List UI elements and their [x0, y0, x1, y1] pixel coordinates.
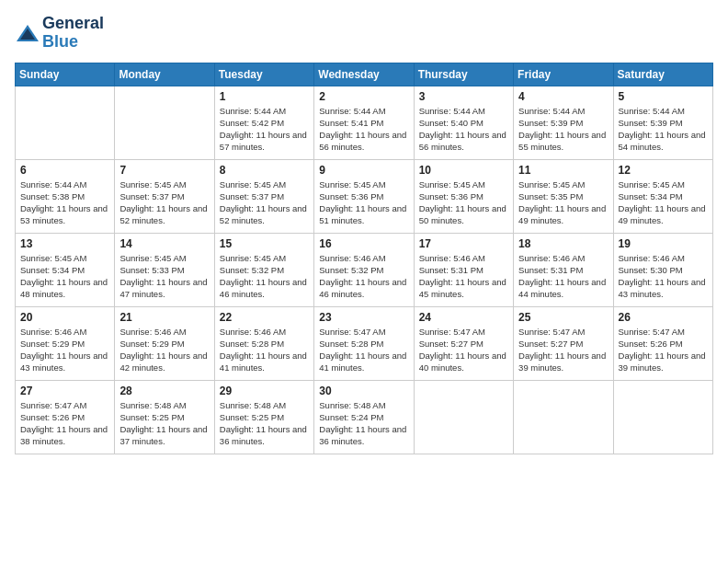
calendar: SundayMondayTuesdayWednesdayThursdayFrid… [15, 63, 713, 454]
day-number: 9 [319, 164, 408, 177]
day-number: 7 [119, 164, 209, 177]
day-number: 10 [419, 164, 508, 177]
day-info: Sunrise: 5:48 AM Sunset: 5:25 PM Dayligh… [119, 399, 209, 448]
day-number: 20 [20, 311, 109, 324]
calendar-cell: 29Sunrise: 5:48 AM Sunset: 5:25 PM Dayli… [214, 380, 313, 454]
calendar-cell: 28Sunrise: 5:48 AM Sunset: 5:25 PM Dayli… [115, 380, 214, 454]
calendar-cell: 13Sunrise: 5:45 AM Sunset: 5:34 PM Dayli… [16, 233, 115, 306]
day-info: Sunrise: 5:44 AM Sunset: 5:40 PM Dayligh… [419, 105, 508, 154]
calendar-cell: 23Sunrise: 5:47 AM Sunset: 5:28 PM Dayli… [314, 306, 414, 380]
page: General Blue SundayMondayTuesdayWednesda… [0, 0, 728, 563]
calendar-cell: 5Sunrise: 5:44 AM Sunset: 5:39 PM Daylig… [613, 86, 712, 159]
day-number: 3 [419, 90, 508, 103]
week-row-2: 6Sunrise: 5:44 AM Sunset: 5:38 PM Daylig… [16, 159, 713, 233]
day-number: 13 [20, 237, 109, 250]
day-info: Sunrise: 5:45 AM Sunset: 5:36 PM Dayligh… [419, 178, 508, 227]
calendar-cell: 21Sunrise: 5:46 AM Sunset: 5:29 PM Dayli… [115, 306, 214, 380]
day-info: Sunrise: 5:45 AM Sunset: 5:37 PM Dayligh… [119, 178, 209, 227]
col-header-friday: Friday [514, 63, 613, 86]
calendar-cell: 7Sunrise: 5:45 AM Sunset: 5:37 PM Daylig… [115, 159, 214, 233]
calendar-cell: 10Sunrise: 5:45 AM Sunset: 5:36 PM Dayli… [414, 159, 513, 233]
day-number: 1 [220, 90, 309, 103]
calendar-cell: 4Sunrise: 5:44 AM Sunset: 5:39 PM Daylig… [514, 86, 613, 159]
col-header-monday: Monday [115, 63, 214, 86]
calendar-cell: 27Sunrise: 5:47 AM Sunset: 5:26 PM Dayli… [16, 380, 115, 454]
day-number: 22 [220, 311, 309, 324]
day-number: 29 [220, 385, 309, 397]
day-info: Sunrise: 5:47 AM Sunset: 5:27 PM Dayligh… [518, 326, 608, 374]
week-row-4: 20Sunrise: 5:46 AM Sunset: 5:29 PM Dayli… [16, 306, 713, 380]
day-number: 28 [119, 385, 209, 397]
calendar-cell: 2Sunrise: 5:44 AM Sunset: 5:41 PM Daylig… [314, 86, 414, 159]
day-number: 27 [20, 385, 109, 397]
week-row-1: 1Sunrise: 5:44 AM Sunset: 5:42 PM Daylig… [16, 86, 713, 159]
day-info: Sunrise: 5:45 AM Sunset: 5:32 PM Dayligh… [220, 252, 309, 301]
calendar-cell: 20Sunrise: 5:46 AM Sunset: 5:29 PM Dayli… [16, 306, 115, 380]
calendar-cell: 17Sunrise: 5:46 AM Sunset: 5:31 PM Dayli… [414, 233, 513, 306]
logo-text: General Blue [42, 15, 104, 52]
week-row-3: 13Sunrise: 5:45 AM Sunset: 5:34 PM Dayli… [16, 233, 713, 306]
day-info: Sunrise: 5:46 AM Sunset: 5:29 PM Dayligh… [20, 326, 109, 374]
col-header-wednesday: Wednesday [314, 63, 414, 86]
day-info: Sunrise: 5:44 AM Sunset: 5:41 PM Dayligh… [319, 105, 408, 154]
day-info: Sunrise: 5:46 AM Sunset: 5:29 PM Dayligh… [119, 326, 209, 374]
day-number: 12 [619, 164, 708, 177]
day-info: Sunrise: 5:46 AM Sunset: 5:28 PM Dayligh… [220, 326, 309, 374]
calendar-cell [613, 380, 712, 454]
day-number: 17 [419, 237, 508, 250]
day-number: 5 [619, 90, 708, 103]
calendar-cell: 25Sunrise: 5:47 AM Sunset: 5:27 PM Dayli… [514, 306, 613, 380]
day-info: Sunrise: 5:45 AM Sunset: 5:33 PM Dayligh… [119, 252, 209, 301]
calendar-cell: 1Sunrise: 5:44 AM Sunset: 5:42 PM Daylig… [214, 86, 313, 159]
calendar-cell: 19Sunrise: 5:46 AM Sunset: 5:30 PM Dayli… [613, 233, 712, 306]
day-number: 11 [518, 164, 608, 177]
calendar-cell: 26Sunrise: 5:47 AM Sunset: 5:26 PM Dayli… [613, 306, 712, 380]
day-info: Sunrise: 5:45 AM Sunset: 5:34 PM Dayligh… [20, 252, 109, 301]
day-info: Sunrise: 5:46 AM Sunset: 5:30 PM Dayligh… [619, 252, 708, 301]
week-row-5: 27Sunrise: 5:47 AM Sunset: 5:26 PM Dayli… [16, 380, 713, 454]
col-header-thursday: Thursday [414, 63, 513, 86]
day-number: 19 [619, 237, 708, 250]
calendar-cell: 12Sunrise: 5:45 AM Sunset: 5:34 PM Dayli… [613, 159, 712, 233]
calendar-cell [16, 86, 115, 159]
day-number: 4 [518, 90, 608, 103]
day-info: Sunrise: 5:46 AM Sunset: 5:32 PM Dayligh… [319, 252, 408, 301]
day-number: 2 [319, 90, 408, 103]
day-number: 21 [119, 311, 209, 324]
col-header-sunday: Sunday [16, 63, 115, 86]
logo-icon [15, 23, 40, 43]
day-number: 30 [319, 385, 408, 397]
calendar-cell: 9Sunrise: 5:45 AM Sunset: 5:36 PM Daylig… [314, 159, 414, 233]
day-info: Sunrise: 5:44 AM Sunset: 5:39 PM Dayligh… [619, 105, 708, 154]
calendar-header-row: SundayMondayTuesdayWednesdayThursdayFrid… [16, 63, 713, 86]
calendar-cell [115, 86, 214, 159]
calendar-cell: 24Sunrise: 5:47 AM Sunset: 5:27 PM Dayli… [414, 306, 513, 380]
day-number: 26 [619, 311, 708, 324]
day-info: Sunrise: 5:48 AM Sunset: 5:25 PM Dayligh… [220, 399, 309, 448]
calendar-cell: 18Sunrise: 5:46 AM Sunset: 5:31 PM Dayli… [514, 233, 613, 306]
calendar-cell [514, 380, 613, 454]
day-info: Sunrise: 5:44 AM Sunset: 5:38 PM Dayligh… [20, 178, 109, 227]
col-header-saturday: Saturday [613, 63, 712, 86]
day-number: 24 [419, 311, 508, 324]
day-info: Sunrise: 5:45 AM Sunset: 5:34 PM Dayligh… [619, 178, 708, 227]
col-header-tuesday: Tuesday [214, 63, 313, 86]
day-info: Sunrise: 5:45 AM Sunset: 5:37 PM Dayligh… [220, 178, 309, 227]
day-info: Sunrise: 5:44 AM Sunset: 5:42 PM Dayligh… [220, 105, 309, 154]
calendar-cell: 30Sunrise: 5:48 AM Sunset: 5:24 PM Dayli… [314, 380, 414, 454]
calendar-cell: 6Sunrise: 5:44 AM Sunset: 5:38 PM Daylig… [16, 159, 115, 233]
day-number: 15 [220, 237, 309, 250]
calendar-cell: 14Sunrise: 5:45 AM Sunset: 5:33 PM Dayli… [115, 233, 214, 306]
day-number: 16 [319, 237, 408, 250]
calendar-cell: 22Sunrise: 5:46 AM Sunset: 5:28 PM Dayli… [214, 306, 313, 380]
calendar-cell: 16Sunrise: 5:46 AM Sunset: 5:32 PM Dayli… [314, 233, 414, 306]
day-number: 8 [220, 164, 309, 177]
day-info: Sunrise: 5:47 AM Sunset: 5:26 PM Dayligh… [619, 326, 708, 374]
day-info: Sunrise: 5:46 AM Sunset: 5:31 PM Dayligh… [419, 252, 508, 301]
day-info: Sunrise: 5:47 AM Sunset: 5:28 PM Dayligh… [319, 326, 408, 374]
calendar-cell [414, 380, 513, 454]
calendar-cell: 8Sunrise: 5:45 AM Sunset: 5:37 PM Daylig… [214, 159, 313, 233]
calendar-cell: 3Sunrise: 5:44 AM Sunset: 5:40 PM Daylig… [414, 86, 513, 159]
day-info: Sunrise: 5:44 AM Sunset: 5:39 PM Dayligh… [518, 105, 608, 154]
logo: General Blue [15, 15, 104, 52]
